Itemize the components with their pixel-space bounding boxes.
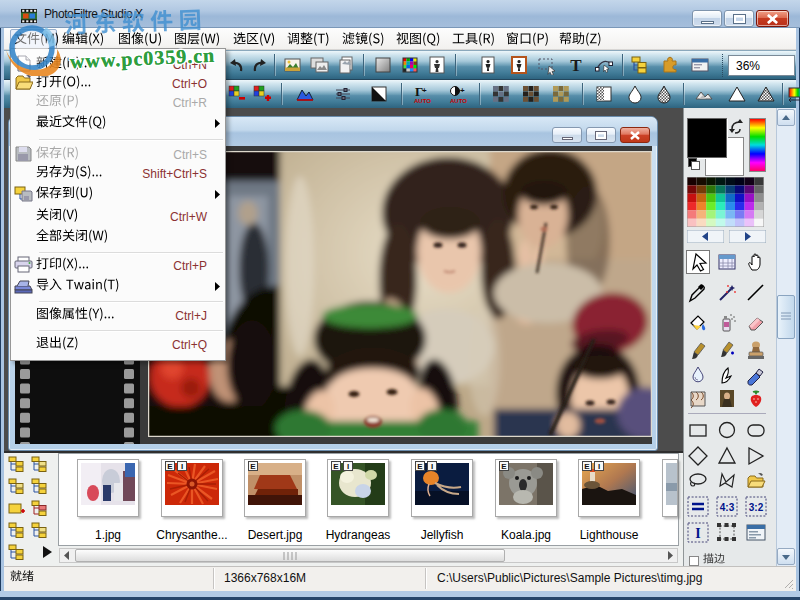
svg-text:4:3: 4:3 bbox=[720, 502, 735, 513]
svg-text:T: T bbox=[570, 56, 582, 75]
svg-text:3:2: 3:2 bbox=[749, 502, 764, 513]
svg-text:I: I bbox=[695, 526, 700, 541]
svg-text:AUTO: AUTO bbox=[450, 98, 467, 104]
svg-text:AUTO: AUTO bbox=[414, 98, 431, 104]
svg-text:+: + bbox=[460, 86, 465, 95]
svg-text:+: + bbox=[422, 86, 427, 95]
